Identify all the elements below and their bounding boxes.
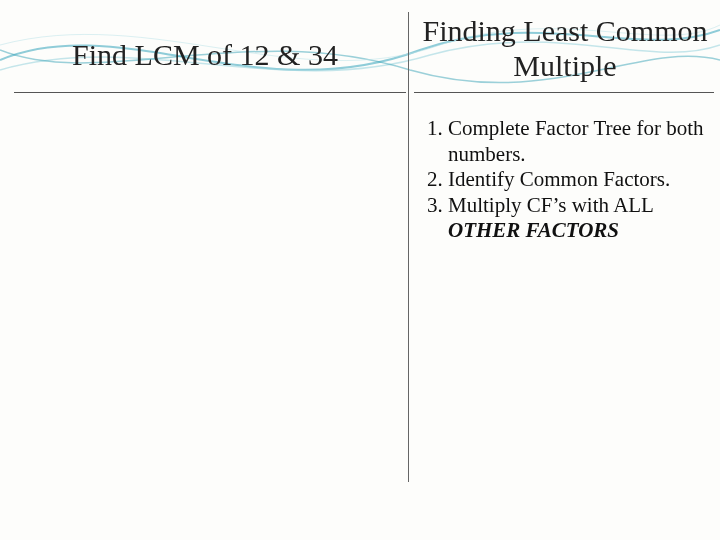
step-item: Multiply CF’s with ALL OTHER FACTORS xyxy=(448,193,712,244)
step-item: Identify Common Factors. xyxy=(448,167,712,193)
steps-list: Complete Factor Tree for both numbers. I… xyxy=(420,116,712,244)
step3-prefix: Multiply CF’s with ALL xyxy=(448,193,653,217)
left-title: Find LCM of 12 & 34 xyxy=(20,38,390,72)
right-title-rule xyxy=(414,92,714,93)
step3-suffix: OTHER FACTORS xyxy=(448,218,619,242)
vertical-divider xyxy=(408,12,409,482)
right-title: Finding Least Common Multiple xyxy=(420,14,710,83)
slide: Find LCM of 12 & 34 Finding Least Common… xyxy=(0,0,720,540)
left-title-rule xyxy=(14,92,406,93)
step-item: Complete Factor Tree for both numbers. xyxy=(448,116,712,167)
